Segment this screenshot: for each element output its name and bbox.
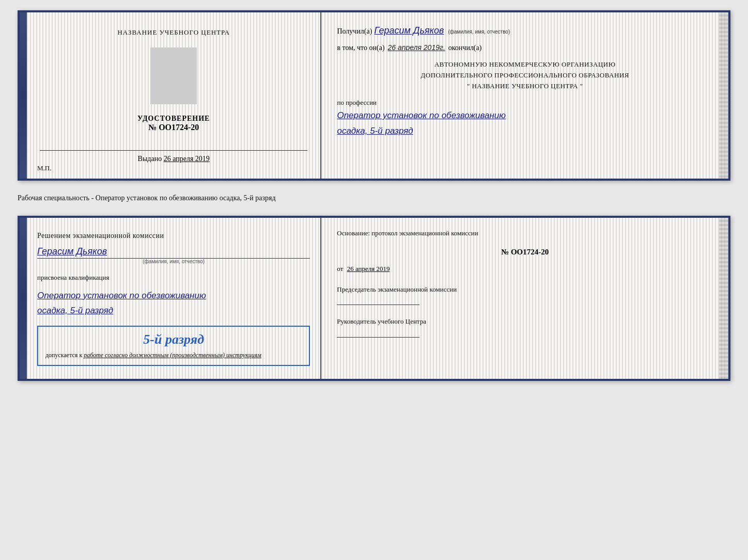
certificate-card-2: Решением экзаменационной комиссии Гераси… (18, 216, 730, 381)
chairman-label: Председатель экзаменационной комиссии (337, 284, 713, 295)
rukovoditel-label: Руководитель учебного Центра (337, 316, 713, 327)
udostoverenie-block: УДОСТОВЕРЕНИЕ № OO1724-20 (137, 115, 210, 132)
vtom-line: в том, что он(а) 26 апреля 2019г. окончи… (337, 43, 713, 52)
qualification-line1: Оператор установок по обезвоживанию (37, 289, 310, 302)
ot-line: от 26 апреля 2019 (337, 265, 713, 273)
cert-number: № OO1724-20 (137, 123, 210, 132)
recipient-name: Герасим Дьяков (374, 25, 444, 36)
separator-text: Рабочая специальность - Оператор установ… (18, 190, 730, 206)
right-texture-2 (719, 218, 728, 379)
ot-label: от (337, 265, 343, 273)
profession-block: по профессии Оператор установок по обезв… (337, 99, 713, 137)
ot-date: 26 апреля 2019 (347, 265, 390, 273)
card2-right-panel: Основание: протокол экзаменационной коми… (321, 218, 728, 379)
stamp-title: 5-й разряд (45, 332, 302, 347)
okoncil-text: окончил(а) (448, 44, 482, 52)
vydano-label: Выдано (138, 155, 162, 163)
stamp-box: 5-й разряд допускается к работе согласно… (37, 326, 310, 366)
vydano-line: Выдано 26 апреля 2019 (138, 155, 210, 163)
person-sub: (фамилия, имя, отчество) (37, 259, 310, 264)
profession-line2: осадка, 5-й разряд (337, 124, 713, 138)
mp-label: М.П. (37, 164, 51, 172)
po-professii: по профессии (337, 99, 713, 107)
person-name-block: Герасим Дьяков (фамилия, имя, отчество) (37, 246, 310, 264)
vtom-date: 26 апреля 2019г. (388, 43, 445, 52)
vtom-text: в том, что он(а) (337, 44, 384, 52)
stamp-text: допускается к (45, 351, 82, 359)
card1-left-panel: НАЗВАНИЕ УЧЕБНОГО ЦЕНТРА УДОСТОВЕРЕНИЕ №… (27, 12, 321, 179)
rukovoditel-block: Руководитель учебного Центра (337, 316, 713, 338)
page-container: НАЗВАНИЕ УЧЕБНОГО ЦЕНТРА УДОСТОВЕРЕНИЕ №… (18, 10, 730, 381)
card1-right-panel: Получил(а) Герасим Дьяков (фамилия, имя,… (321, 12, 728, 179)
org-line1: АВТОНОМНУЮ НЕКОММЕРЧЕСКУЮ ОРГАНИЗАЦИЮ (337, 59, 713, 70)
chairman-sig-line (337, 305, 419, 305)
qualification-block: Оператор установок по обезвоживанию осад… (37, 287, 310, 317)
center-name-title: НАЗВАНИЕ УЧЕБНОГО ЦЕНТРА (117, 28, 229, 37)
certificate-card-1: НАЗВАНИЕ УЧЕБНОГО ЦЕНТРА УДОСТОВЕРЕНИЕ №… (18, 10, 730, 181)
recipient-prefix: Получил(а) (337, 27, 372, 36)
card-spine-left-2 (20, 218, 27, 379)
protocol-number: № OO1724-20 (337, 248, 713, 257)
org-line2: ДОПОЛНИТЕЛЬНОГО ПРОФЕССИОНАЛЬНОГО ОБРАЗО… (337, 70, 713, 81)
recipient-sub: (фамилия, имя, отчество) (448, 29, 510, 35)
vydano-date: 26 апреля 2019 (164, 155, 210, 163)
org-block: АВТОНОМНУЮ НЕКОММЕРЧЕСКУЮ ОРГАНИЗАЦИЮ ДО… (337, 59, 713, 91)
card2-left-panel: Решением экзаменационной комиссии Гераси… (27, 218, 321, 379)
qualification-line2: осадка, 5-й разряд (37, 304, 310, 317)
org-line3: " НАЗВАНИЕ УЧЕБНОГО ЦЕНТРА " (337, 81, 713, 92)
right-texture (719, 12, 728, 179)
signature-line-1 (40, 150, 307, 151)
stamp-subtitle: допускается к работе согласно должностны… (45, 350, 302, 360)
person-name: Герасим Дьяков (37, 246, 107, 257)
profession-line1: Оператор установок по обезвоживанию (337, 109, 713, 122)
photo-placeholder (150, 47, 197, 104)
stamp-italic: работе согласно должностным (производств… (84, 351, 261, 359)
resheniem-title: Решением экзаменационной комиссии (37, 231, 310, 241)
recipient-line: Получил(а) Герасим Дьяков (фамилия, имя,… (337, 25, 713, 36)
protocol-number-block: № OO1724-20 (337, 245, 713, 257)
chairman-block: Председатель экзаменационной комиссии (337, 284, 713, 306)
prisvoena-label: присвоена квалификация (37, 274, 310, 282)
rukovoditel-sig-line (337, 337, 419, 338)
cert-label: УДОСТОВЕРЕНИЕ (137, 115, 210, 123)
card-spine-left (20, 12, 27, 179)
osnov-line: Основание: протокол экзаменационной коми… (337, 228, 713, 238)
